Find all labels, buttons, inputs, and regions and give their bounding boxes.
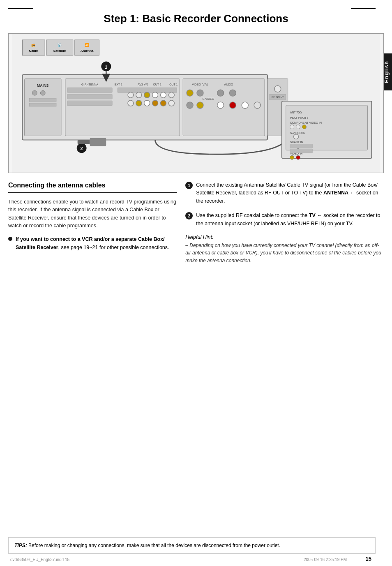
hint-text: – Depending on how you have currently co… [185,242,384,265]
tips-text: Before making or changing any connection… [28,543,280,548]
svg-point-72 [302,125,306,129]
svg-text:📶: 📶 [85,42,90,47]
svg-text:VIDEO (V/V): VIDEO (V/V) [192,83,208,86]
svg-text:RF IN/OUT: RF IN/OUT [272,96,284,98]
svg-text:S-VIDEO: S-VIDEO [203,97,214,100]
svg-point-31 [161,92,166,98]
diagram-svg: 📻 Cable 📡 Satellite 📶 Antenna 1 MAINS [9,34,383,173]
svg-text:AV3-V/0: AV3-V/0 [138,83,148,86]
svg-rect-17 [29,98,56,102]
left-column: Connecting the antenna cables These conn… [8,181,177,265]
svg-rect-19 [65,79,180,136]
section-divider [8,192,177,193]
svg-text:📻: 📻 [31,43,35,47]
svg-point-16 [40,90,45,95]
tips-label: TIPS: [14,543,27,548]
svg-text:S-VIDEO IN: S-VIDEO IN [290,132,305,134]
svg-point-71 [296,125,300,129]
svg-point-30 [152,92,158,98]
svg-rect-81 [290,144,313,148]
svg-rect-25 [67,101,112,106]
svg-rect-82 [290,149,313,153]
svg-rect-7 [75,40,99,55]
svg-text:Cable: Cable [29,49,38,53]
svg-point-46 [217,90,224,96]
step-2-item: 2 Use the supplied RF coaxial cable to c… [185,212,384,228]
body-text: These connections enable you to watch an… [8,198,177,230]
svg-text:1: 1 [105,65,107,69]
svg-rect-24 [67,94,112,99]
tips-box: TIPS: Before making or changing any conn… [8,537,376,554]
svg-text:Pb/Cr Pb/Cb Y: Pb/Cr Pb/Cb Y [290,116,309,119]
svg-point-44 [187,90,193,96]
step-1-item: 1 Connect the existing Antenna/ Satellit… [185,181,384,205]
svg-point-37 [161,100,166,106]
svg-point-15 [32,90,37,95]
svg-point-54 [254,102,261,109]
page-number: 15 [366,556,371,562]
bullet-dot [8,237,12,241]
step-1-bold: ANTENNA ← [323,190,355,196]
svg-point-33 [128,100,134,106]
svg-rect-1 [23,40,45,55]
bullet-item: If you want to connect to a VCR and/or a… [8,236,177,252]
svg-point-80 [296,155,300,159]
svg-text:OUT 1: OUT 1 [169,83,178,86]
svg-point-49 [187,102,193,109]
svg-text:G-ANTENNA: G-ANTENNA [81,83,98,86]
svg-point-79 [290,155,294,159]
svg-point-28 [136,92,142,98]
footer-right: 2005-09-16 2:25:19 PM [304,557,347,562]
svg-point-53 [242,102,248,109]
svg-text:SCART IN: SCART IN [290,141,303,143]
svg-point-34 [136,100,142,106]
step-2-text: Use the supplied RF coaxial cable to con… [196,212,384,228]
svg-text:Satellite: Satellite [53,49,66,53]
svg-text:2: 2 [81,146,83,151]
svg-point-32 [168,92,174,98]
svg-point-51 [217,102,224,109]
section-title: Connecting the antenna cables [8,181,177,190]
step-2-number: 2 [185,212,193,219]
svg-point-56 [274,85,281,92]
svg-text:MAINS: MAINS [37,83,49,88]
svg-text:ANT 75Ω: ANT 75Ω [290,111,302,114]
helpful-hint: Helpful Hint: – Depending on how you hav… [185,234,384,265]
svg-text:EXT 2: EXT 2 [115,83,122,86]
page-title: Step 1: Basic Recorder Connections [0,0,392,33]
content-area: Connecting the antenna cables These conn… [8,181,384,265]
svg-rect-26 [118,88,177,92]
svg-text:COMPONENT VIDEO IN: COMPONENT VIDEO IN [290,121,322,124]
svg-text:OUT 2: OUT 2 [153,83,161,86]
svg-point-29 [144,92,150,98]
svg-rect-63 [78,140,90,144]
svg-point-45 [197,90,203,96]
svg-rect-18 [29,103,56,106]
step-2-bold: TV ← [309,213,322,218]
svg-point-38 [168,100,174,106]
step-1-number: 1 [185,182,193,189]
svg-point-70 [290,125,294,129]
svg-rect-4 [46,40,73,55]
footer-left: dvdr5350H_EU_Eng537.indd 15 [10,557,69,562]
svg-rect-23 [67,88,112,92]
top-border-right [351,8,376,9]
svg-point-47 [230,90,236,96]
svg-rect-41 [183,79,265,136]
svg-point-36 [152,100,158,106]
svg-point-74 [294,134,299,139]
bullet-rest: , see page 19~21 for other possible conn… [58,245,169,250]
bullet-text: If you want to connect to a VCR and/or a… [16,236,177,252]
right-column: 1 Connect the existing Antenna/ Satellit… [185,181,384,265]
step-1-text: Connect the existing Antenna/ Satellite/… [196,181,384,205]
svg-point-35 [144,100,150,106]
page-container: English Step 1: Basic Recorder Connectio… [0,0,392,566]
top-border-left [8,8,33,9]
diagram-area: 📻 Cable 📡 Satellite 📶 Antenna 1 MAINS [8,33,384,173]
svg-text:Antenna: Antenna [81,49,94,53]
svg-point-52 [230,102,236,109]
svg-text:📡: 📡 [57,42,62,47]
hint-title: Helpful Hint: [185,234,384,240]
svg-rect-62 [90,138,106,146]
svg-point-27 [128,92,134,98]
